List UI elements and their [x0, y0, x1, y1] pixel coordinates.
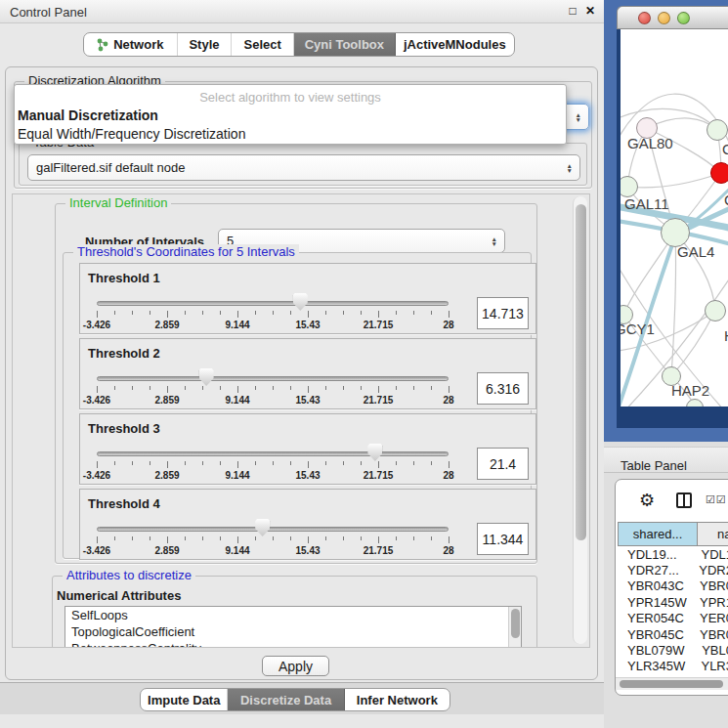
network-node-ga[interactable] [707, 119, 728, 141]
panel-scrollbar[interactable] [573, 196, 587, 644]
node-label: GA [722, 141, 728, 157]
tick-mark [202, 311, 203, 315]
table-data-combobox[interactable]: galFiltered.sif default node ▲▼ [27, 154, 580, 181]
cell-shared-name[interactable]: YDR27... [618, 563, 691, 578]
threshold-value-box[interactable]: 11.344 [477, 523, 529, 555]
attribute-list-item[interactable]: TopologicalCoefficient [65, 623, 521, 640]
scrollbar-thumb[interactable] [511, 609, 520, 638]
cell-name[interactable]: YBR0 [692, 627, 728, 642]
tick-mark [308, 311, 309, 318]
threshold-value-box[interactable]: 14.713 [477, 297, 529, 329]
tab-discretize-data[interactable]: Discretize Data [228, 689, 344, 710]
tick-mark [97, 536, 98, 543]
combo-arrows-icon: ▲▼ [492, 236, 497, 246]
table-row[interactable]: YDL19...YDL1 [618, 546, 728, 562]
column-header-shared[interactable]: shared... [618, 522, 698, 546]
tab-select[interactable]: Select [232, 33, 294, 56]
cell-shared-name[interactable]: YBL079W [618, 643, 694, 658]
tick-mark [308, 461, 309, 468]
tick-label: 21.715 [364, 395, 394, 406]
slider-thumb[interactable] [255, 519, 270, 536]
tab-cyni-toolbox[interactable]: Cyni Toolbox [294, 33, 396, 56]
tab-jactivemnodules[interactable]: jActiveMNodules [396, 33, 514, 56]
cell-name[interactable]: YER0 [692, 611, 728, 625]
tab-impute-data[interactable]: Impute Data [141, 689, 228, 710]
threshold-1-slider[interactable]: -3.4262.8599.14415.4321.71528 [80, 264, 535, 333]
numerical-attributes-list[interactable]: SelfLoopsTopologicalCoefficientBetweenne… [64, 606, 522, 648]
close-traffic-light-icon[interactable] [638, 12, 651, 24]
threshold-2-slider[interactable]: -3.4262.8599.14415.4321.71528 [80, 339, 535, 408]
cell-name[interactable]: YDL1 [693, 547, 728, 562]
tab-style[interactable]: Style [178, 33, 233, 56]
threshold-4-slider[interactable]: -3.4262.8599.14415.4321.71528 [80, 490, 535, 559]
popup-placeholder: Select algorithm to view settings [15, 90, 566, 105]
slider-track[interactable] [97, 451, 449, 456]
cell-name[interactable]: YBR0 [692, 578, 728, 593]
cell-name[interactable]: YBL0 [694, 643, 728, 658]
table-row[interactable]: YPR145WYPR1 [618, 594, 728, 610]
table-row[interactable]: YBR045CYBR0 [618, 626, 728, 642]
slider-track[interactable] [97, 527, 449, 532]
tab-network[interactable]: Network [84, 33, 178, 56]
cell-name[interactable]: YLR3 [693, 659, 728, 673]
threshold-value-box[interactable]: 6.316 [477, 372, 529, 405]
close-icon[interactable]: ✕ [582, 4, 598, 20]
threshold-value-box[interactable]: 21.4 [477, 448, 529, 480]
tab-infer-network[interactable]: Infer Network [345, 689, 450, 710]
popup-item-manual-discretization[interactable]: Manual Discretization [18, 107, 158, 123]
slider-track[interactable] [97, 376, 449, 381]
zoom-traffic-light-icon[interactable] [677, 12, 690, 24]
float-window-icon[interactable]: □ [565, 4, 580, 20]
scrollbar-thumb[interactable] [620, 680, 723, 688]
cell-shared-name[interactable]: YDL19... [618, 547, 693, 562]
slider-thumb[interactable] [293, 293, 308, 311]
cell-shared-name[interactable]: YLR345W [618, 659, 693, 673]
minimize-traffic-light-icon[interactable] [658, 12, 670, 24]
column-layout-icon[interactable] [676, 492, 692, 508]
cell-shared-name[interactable]: YER054C [618, 611, 692, 625]
network-node-c[interactable] [710, 162, 728, 184]
cell-shared-name[interactable]: YBR043C [618, 578, 692, 593]
tick-mark [325, 386, 326, 390]
table-hscrollbar[interactable] [616, 677, 728, 690]
table-row[interactable]: YER054CYER0 [618, 611, 728, 626]
cell-shared-name[interactable]: YPR145W [618, 595, 692, 610]
attributes-scrollbar[interactable] [508, 607, 521, 648]
network-canvas[interactable]: GAL80GACGAL11GAL4GCY1HHAP2 [621, 29, 728, 407]
slider-thumb[interactable] [367, 444, 382, 461]
table-row[interactable]: YLR345WYLR3 [618, 659, 728, 674]
table-row[interactable]: YDR27...YDR2 [618, 562, 728, 578]
tab-label: Infer Network [357, 693, 438, 707]
attribute-list-item[interactable]: BetweennessCentrality [65, 640, 521, 648]
network-desktop: GAL80GACGAL11GAL4GCY1HHAP2 [604, 0, 728, 442]
table-row[interactable]: YBR043CYBR0 [618, 578, 728, 594]
column-header-name[interactable]: na [698, 522, 728, 546]
tick-mark [237, 536, 238, 543]
network-node-h[interactable] [705, 300, 726, 321]
checkbox-columns-icon[interactable]: ☑☑ [706, 493, 727, 506]
threshold-3-slider[interactable]: -3.4262.8599.14415.4321.71528 [80, 414, 535, 484]
tick-mark [378, 311, 379, 318]
cell-name[interactable]: YPR1 [692, 595, 728, 610]
scrollbar-thumb[interactable] [576, 204, 586, 540]
table-row[interactable]: YBL079WYBL0 [618, 642, 728, 658]
table-data-group: Table Data galFiltered.sif default node … [19, 143, 587, 186]
node-label: HAP2 [671, 382, 709, 399]
slider-track[interactable] [97, 301, 449, 306]
group-title: Threshold's Coordinates for 5 Intervals [73, 244, 299, 259]
tick-label: 15.43 [295, 470, 320, 481]
attribute-list-item[interactable]: SelfLoops [65, 607, 521, 623]
tick-mark [378, 536, 379, 543]
slider-thumb[interactable] [199, 368, 214, 386]
network-window-titlebar[interactable] [617, 6, 728, 29]
tick-mark [132, 386, 133, 390]
popup-item-equal-width[interactable]: Equal Width/Frequency Discretization [18, 126, 245, 142]
gear-icon[interactable]: ⚙ [639, 490, 655, 511]
tick-mark [97, 461, 98, 468]
tab-label: Cyni Toolbox [305, 37, 384, 52]
apply-button[interactable]: Apply [262, 656, 329, 676]
tick-mark [273, 386, 274, 390]
cell-shared-name[interactable]: YBR045C [618, 627, 692, 642]
cell-name[interactable]: YDR2 [691, 563, 728, 578]
tick-mark [431, 386, 432, 390]
